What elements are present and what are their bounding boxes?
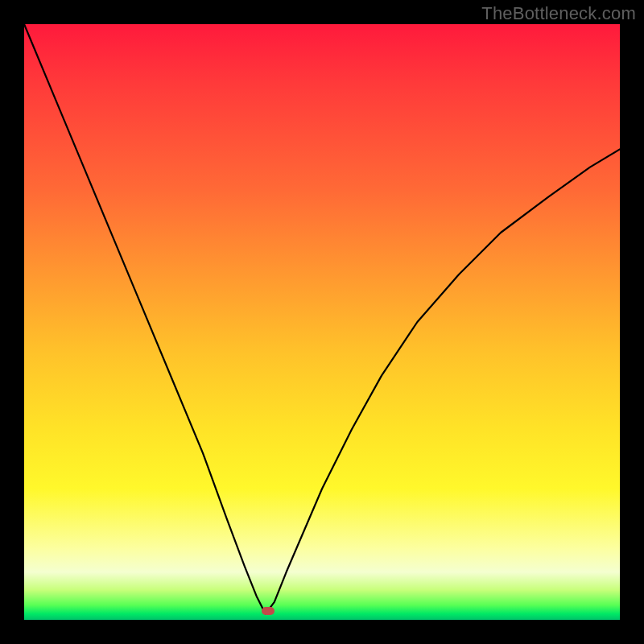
curve-svg (24, 24, 620, 620)
watermark-text: TheBottleneck.com (481, 3, 636, 24)
bottleneck-curve-path (24, 24, 620, 614)
chart-frame: TheBottleneck.com (0, 0, 644, 644)
plot-area (24, 24, 620, 620)
minimum-marker (262, 607, 275, 615)
